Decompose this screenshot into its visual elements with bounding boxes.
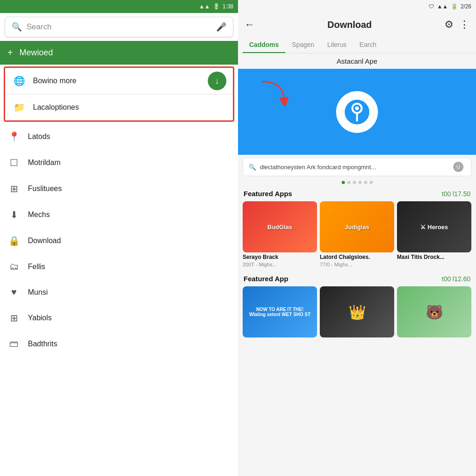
globe-icon: 🌐: [13, 75, 25, 86]
dot-3: [353, 181, 356, 184]
dot-4: [358, 181, 362, 184]
app-header: ← Download ⚙ ⋮: [238, 13, 476, 36]
bowino-label: Bowino more: [33, 77, 76, 85]
app-card-4[interactable]: NOW TO ARE IT THE!Wlaling setenl WET SHO…: [243, 286, 317, 337]
grid-icon: ⊞: [8, 183, 20, 194]
nav-item-munsi[interactable]: ♥ Munsi: [0, 279, 238, 305]
nav-item-bowino[interactable]: 🌐 Bowino more ↓: [5, 68, 233, 94]
nav-item-lacaloptiones[interactable]: 📁 Lacaloptiones: [5, 94, 233, 120]
dot-6: [370, 181, 373, 184]
nav-item-latods[interactable]: 📍 Latods: [0, 124, 238, 150]
tab-earch[interactable]: Earch: [353, 36, 383, 53]
app-name-serayo: Serayo Brack: [243, 254, 317, 260]
battery-icon: 🔋: [213, 3, 220, 10]
app-card-serayo[interactable]: BudGlas Serayo Brack 200T - Mighs...: [243, 201, 317, 267]
app-title: Download: [260, 20, 439, 30]
dot-5: [364, 181, 367, 184]
lock-icon: 🔒: [8, 235, 20, 246]
nav-header: + Mewioed: [0, 41, 238, 65]
app-img-judiglas: Judiglas: [320, 201, 394, 252]
square-icon: ☐: [8, 157, 20, 168]
app-sub-serayo: 200T - Mighs...: [243, 262, 317, 267]
nav-item-fellis[interactable]: 🗂 Fellis: [0, 254, 238, 279]
lacaloptiones-label: Lacaloptiones: [33, 103, 79, 112]
more-button[interactable]: ⋮: [459, 19, 469, 31]
right-panel: 🛡 ▲▲ 🔋 2/26 ← Download ⚙ ⋮ Caddoms Spage…: [238, 0, 476, 476]
latods-label: Latods: [28, 132, 50, 141]
right-time: 2/26: [461, 3, 471, 10]
app-card-maxi[interactable]: ⚔ Heroes Maxi Titis Drock...: [397, 201, 471, 267]
location-icon: 📍: [8, 131, 20, 142]
featured-app2-title: Featured App: [244, 275, 288, 283]
featured-app2-price: t00 l12.60: [442, 275, 471, 283]
plus-icon[interactable]: +: [7, 47, 13, 58]
app-card-5[interactable]: 👑: [320, 286, 394, 337]
nav-item-fuslituees[interactable]: ⊞ Fuslituees: [0, 176, 238, 202]
search-suggestion-text: dleclathoneysten Ark fondcard mpongmnt..…: [260, 164, 450, 171]
featured-apps-header: Featured Apps t00 l17.50: [238, 186, 476, 199]
shield-icon: 🛡: [429, 3, 434, 10]
featured-apps-price: t00 l17.50: [442, 190, 471, 198]
app-name-maxi: Maxi Titis Drock...: [397, 254, 471, 260]
app-card-6[interactable]: 🐻: [397, 286, 471, 337]
layered-icon: ⬇: [8, 209, 20, 220]
featured-app2-row: NOW TO ARE IT THE!Wlaling setenl WET SHO…: [238, 284, 476, 341]
munsi-label: Munsi: [28, 288, 48, 297]
app-img-6: 🐻: [397, 286, 471, 337]
nav-item-download[interactable]: 🔒 Download: [0, 228, 238, 254]
search-suggestion-bar[interactable]: 🔍 dleclathoneysten Ark fondcard mpongmnt…: [243, 158, 471, 176]
settings-button[interactable]: ⚙: [444, 19, 454, 31]
back-button[interactable]: ←: [245, 19, 255, 31]
left-panel: ▲▲ 🔋 1:38 🔍 Search 🎤 + Mewioed 🌐 Bowino …: [0, 0, 238, 476]
download-fab[interactable]: ↓: [208, 72, 226, 90]
tabs-row: Caddoms Spagen Lilerus Earch: [238, 36, 476, 53]
app-card-latord[interactable]: Judiglas Latord Chalgsîoes. 77/0 - Mighs…: [320, 201, 394, 267]
tab-spagen[interactable]: Spagen: [285, 36, 321, 53]
badthrits-label: Badthrits: [28, 340, 57, 348]
signal-icon: ▲▲: [199, 3, 210, 10]
fellis-label: Fellis: [28, 263, 45, 271]
motrildam-label: Motrildam: [28, 159, 60, 167]
right-signal-icon: ▲▲: [437, 3, 448, 10]
banner-area: [238, 69, 476, 155]
user-avatar: U: [453, 162, 463, 172]
highlighted-section: 🌐 Bowino more ↓ 📁 Lacaloptiones: [4, 66, 234, 122]
download-label: Download: [28, 237, 61, 245]
left-status-bar: ▲▲ 🔋 1:38: [0, 0, 238, 13]
briefcase-icon: 🗂: [8, 261, 20, 272]
nav-item-mechs[interactable]: ⬇ Mechs: [0, 202, 238, 228]
apps-icon: ⊞: [8, 312, 20, 324]
app-banner-logo: [336, 91, 378, 133]
featured-apps-title: Featured Apps: [244, 190, 292, 198]
carousel-dots: [238, 181, 476, 184]
search-suggestion-icon: 🔍: [249, 164, 256, 171]
app-img-4: NOW TO ARE IT THE!Wlaling setenl WET SHO…: [243, 286, 317, 337]
tab-lilerus[interactable]: Lilerus: [321, 36, 353, 53]
search-bar[interactable]: 🔍 Search 🎤: [5, 17, 233, 37]
tab-caddoms[interactable]: Caddoms: [243, 36, 285, 53]
mechs-label: Mechs: [28, 211, 50, 219]
right-battery-icon: 🔋: [451, 3, 458, 10]
nav-header-title: Mewioed: [20, 48, 53, 58]
nav-item-badthrits[interactable]: 🗃 Badthrits: [0, 331, 238, 357]
dot-1: [342, 181, 345, 184]
stack-icon: 🗃: [8, 338, 20, 349]
heart-icon: ♥: [8, 287, 20, 298]
app-img-budglas: BudGlas: [243, 201, 317, 252]
featured-apps-row: BudGlas Serayo Brack 200T - Mighs... Jud…: [238, 199, 476, 271]
app-name-latord: Latord Chalgsîoes.: [320, 254, 394, 260]
folder-icon: 📁: [13, 102, 25, 113]
nav-item-yabiols[interactable]: ⊞ Yabiols: [0, 305, 238, 331]
time-display: 1:38: [223, 3, 233, 10]
fuslituees-label: Fuslituees: [28, 185, 62, 193]
featured-app2-header: Featured App t00 l12.60: [238, 271, 476, 284]
app-img-dark: ⚔ Heroes: [397, 201, 471, 252]
nav-item-motrildam[interactable]: ☐ Motrildam: [0, 150, 238, 176]
search-icon: 🔍: [12, 22, 22, 32]
svg-point-3: [355, 106, 359, 110]
mic-icon[interactable]: 🎤: [216, 22, 226, 32]
red-arrow-icon: [252, 78, 298, 106]
right-status-bar: 🛡 ▲▲ 🔋 2/26: [238, 0, 476, 13]
app-sub-latord: 77/0 - Mighs...: [320, 262, 394, 267]
featured-title: Astacanl Ape: [238, 53, 476, 69]
